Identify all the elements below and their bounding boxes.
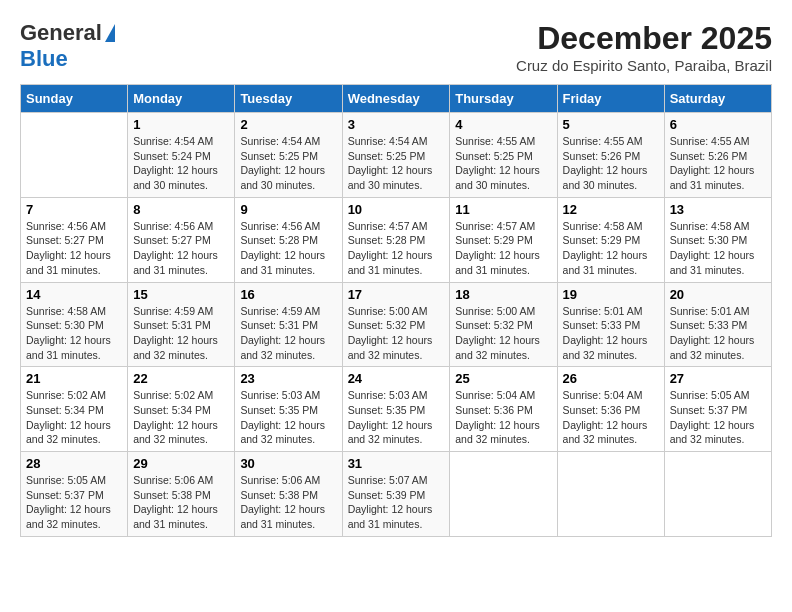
day-number: 28 <box>26 456 122 471</box>
calendar-cell: 17Sunrise: 5:00 AMSunset: 5:32 PMDayligh… <box>342 282 450 367</box>
cell-info: Sunrise: 5:00 AMSunset: 5:32 PMDaylight:… <box>348 304 445 363</box>
calendar-cell: 16Sunrise: 4:59 AMSunset: 5:31 PMDayligh… <box>235 282 342 367</box>
weekday-header: Monday <box>128 85 235 113</box>
calendar-cell: 22Sunrise: 5:02 AMSunset: 5:34 PMDayligh… <box>128 367 235 452</box>
day-number: 17 <box>348 287 445 302</box>
logo-blue: Blue <box>20 46 68 71</box>
weekday-header: Saturday <box>664 85 771 113</box>
day-number: 1 <box>133 117 229 132</box>
calendar-cell <box>557 452 664 537</box>
day-number: 30 <box>240 456 336 471</box>
cell-info: Sunrise: 5:05 AMSunset: 5:37 PMDaylight:… <box>26 473 122 532</box>
day-number: 23 <box>240 371 336 386</box>
cell-info: Sunrise: 4:56 AMSunset: 5:28 PMDaylight:… <box>240 219 336 278</box>
calendar-cell: 9Sunrise: 4:56 AMSunset: 5:28 PMDaylight… <box>235 197 342 282</box>
weekday-header: Thursday <box>450 85 557 113</box>
day-number: 5 <box>563 117 659 132</box>
cell-info: Sunrise: 4:56 AMSunset: 5:27 PMDaylight:… <box>26 219 122 278</box>
cell-info: Sunrise: 4:56 AMSunset: 5:27 PMDaylight:… <box>133 219 229 278</box>
page-title: December 2025 <box>516 20 772 57</box>
page-subtitle: Cruz do Espirito Santo, Paraiba, Brazil <box>516 57 772 74</box>
cell-info: Sunrise: 5:05 AMSunset: 5:37 PMDaylight:… <box>670 388 766 447</box>
calendar-cell: 5Sunrise: 4:55 AMSunset: 5:26 PMDaylight… <box>557 113 664 198</box>
cell-info: Sunrise: 5:00 AMSunset: 5:32 PMDaylight:… <box>455 304 551 363</box>
cell-info: Sunrise: 5:03 AMSunset: 5:35 PMDaylight:… <box>348 388 445 447</box>
day-number: 16 <box>240 287 336 302</box>
day-number: 14 <box>26 287 122 302</box>
calendar-cell: 11Sunrise: 4:57 AMSunset: 5:29 PMDayligh… <box>450 197 557 282</box>
weekday-header: Sunday <box>21 85 128 113</box>
cell-info: Sunrise: 5:03 AMSunset: 5:35 PMDaylight:… <box>240 388 336 447</box>
calendar-cell: 19Sunrise: 5:01 AMSunset: 5:33 PMDayligh… <box>557 282 664 367</box>
day-number: 20 <box>670 287 766 302</box>
cell-info: Sunrise: 4:59 AMSunset: 5:31 PMDaylight:… <box>133 304 229 363</box>
cell-info: Sunrise: 4:54 AMSunset: 5:24 PMDaylight:… <box>133 134 229 193</box>
day-number: 11 <box>455 202 551 217</box>
calendar-cell: 6Sunrise: 4:55 AMSunset: 5:26 PMDaylight… <box>664 113 771 198</box>
calendar-cell: 26Sunrise: 5:04 AMSunset: 5:36 PMDayligh… <box>557 367 664 452</box>
calendar-cell: 27Sunrise: 5:05 AMSunset: 5:37 PMDayligh… <box>664 367 771 452</box>
cell-info: Sunrise: 5:02 AMSunset: 5:34 PMDaylight:… <box>26 388 122 447</box>
calendar-table: SundayMondayTuesdayWednesdayThursdayFrid… <box>20 84 772 537</box>
day-number: 12 <box>563 202 659 217</box>
day-number: 4 <box>455 117 551 132</box>
calendar-cell: 18Sunrise: 5:00 AMSunset: 5:32 PMDayligh… <box>450 282 557 367</box>
day-number: 3 <box>348 117 445 132</box>
day-number: 18 <box>455 287 551 302</box>
day-number: 15 <box>133 287 229 302</box>
weekday-header: Wednesday <box>342 85 450 113</box>
calendar-cell: 4Sunrise: 4:55 AMSunset: 5:25 PMDaylight… <box>450 113 557 198</box>
logo-arrow-icon <box>105 24 115 42</box>
calendar-cell <box>450 452 557 537</box>
calendar-cell: 12Sunrise: 4:58 AMSunset: 5:29 PMDayligh… <box>557 197 664 282</box>
day-number: 13 <box>670 202 766 217</box>
logo: General Blue <box>20 20 115 72</box>
logo-general: General <box>20 20 102 46</box>
calendar-cell: 14Sunrise: 4:58 AMSunset: 5:30 PMDayligh… <box>21 282 128 367</box>
cell-info: Sunrise: 5:01 AMSunset: 5:33 PMDaylight:… <box>563 304 659 363</box>
calendar-cell: 3Sunrise: 4:54 AMSunset: 5:25 PMDaylight… <box>342 113 450 198</box>
calendar-cell: 31Sunrise: 5:07 AMSunset: 5:39 PMDayligh… <box>342 452 450 537</box>
day-number: 9 <box>240 202 336 217</box>
calendar-cell: 23Sunrise: 5:03 AMSunset: 5:35 PMDayligh… <box>235 367 342 452</box>
calendar-cell: 8Sunrise: 4:56 AMSunset: 5:27 PMDaylight… <box>128 197 235 282</box>
calendar-cell: 24Sunrise: 5:03 AMSunset: 5:35 PMDayligh… <box>342 367 450 452</box>
cell-info: Sunrise: 4:59 AMSunset: 5:31 PMDaylight:… <box>240 304 336 363</box>
calendar-cell: 10Sunrise: 4:57 AMSunset: 5:28 PMDayligh… <box>342 197 450 282</box>
day-number: 26 <box>563 371 659 386</box>
cell-info: Sunrise: 5:04 AMSunset: 5:36 PMDaylight:… <box>455 388 551 447</box>
calendar-cell: 2Sunrise: 4:54 AMSunset: 5:25 PMDaylight… <box>235 113 342 198</box>
day-number: 29 <box>133 456 229 471</box>
calendar-cell: 20Sunrise: 5:01 AMSunset: 5:33 PMDayligh… <box>664 282 771 367</box>
day-number: 21 <box>26 371 122 386</box>
calendar-cell: 7Sunrise: 4:56 AMSunset: 5:27 PMDaylight… <box>21 197 128 282</box>
day-number: 2 <box>240 117 336 132</box>
cell-info: Sunrise: 5:04 AMSunset: 5:36 PMDaylight:… <box>563 388 659 447</box>
calendar-cell: 13Sunrise: 4:58 AMSunset: 5:30 PMDayligh… <box>664 197 771 282</box>
cell-info: Sunrise: 4:58 AMSunset: 5:30 PMDaylight:… <box>26 304 122 363</box>
calendar-cell: 25Sunrise: 5:04 AMSunset: 5:36 PMDayligh… <box>450 367 557 452</box>
cell-info: Sunrise: 4:55 AMSunset: 5:25 PMDaylight:… <box>455 134 551 193</box>
cell-info: Sunrise: 4:58 AMSunset: 5:29 PMDaylight:… <box>563 219 659 278</box>
day-number: 8 <box>133 202 229 217</box>
cell-info: Sunrise: 5:02 AMSunset: 5:34 PMDaylight:… <box>133 388 229 447</box>
cell-info: Sunrise: 4:55 AMSunset: 5:26 PMDaylight:… <box>670 134 766 193</box>
calendar-cell <box>21 113 128 198</box>
cell-info: Sunrise: 4:55 AMSunset: 5:26 PMDaylight:… <box>563 134 659 193</box>
calendar-cell: 30Sunrise: 5:06 AMSunset: 5:38 PMDayligh… <box>235 452 342 537</box>
cell-info: Sunrise: 4:54 AMSunset: 5:25 PMDaylight:… <box>348 134 445 193</box>
day-number: 31 <box>348 456 445 471</box>
day-number: 24 <box>348 371 445 386</box>
calendar-cell: 21Sunrise: 5:02 AMSunset: 5:34 PMDayligh… <box>21 367 128 452</box>
day-number: 19 <box>563 287 659 302</box>
cell-info: Sunrise: 4:57 AMSunset: 5:29 PMDaylight:… <box>455 219 551 278</box>
page-header: General Blue December 2025 Cruz do Espir… <box>20 20 772 74</box>
title-block: December 2025 Cruz do Espirito Santo, Pa… <box>516 20 772 74</box>
cell-info: Sunrise: 5:06 AMSunset: 5:38 PMDaylight:… <box>240 473 336 532</box>
calendar-cell: 28Sunrise: 5:05 AMSunset: 5:37 PMDayligh… <box>21 452 128 537</box>
day-number: 25 <box>455 371 551 386</box>
weekday-header: Friday <box>557 85 664 113</box>
weekday-header: Tuesday <box>235 85 342 113</box>
day-number: 22 <box>133 371 229 386</box>
calendar-cell: 15Sunrise: 4:59 AMSunset: 5:31 PMDayligh… <box>128 282 235 367</box>
